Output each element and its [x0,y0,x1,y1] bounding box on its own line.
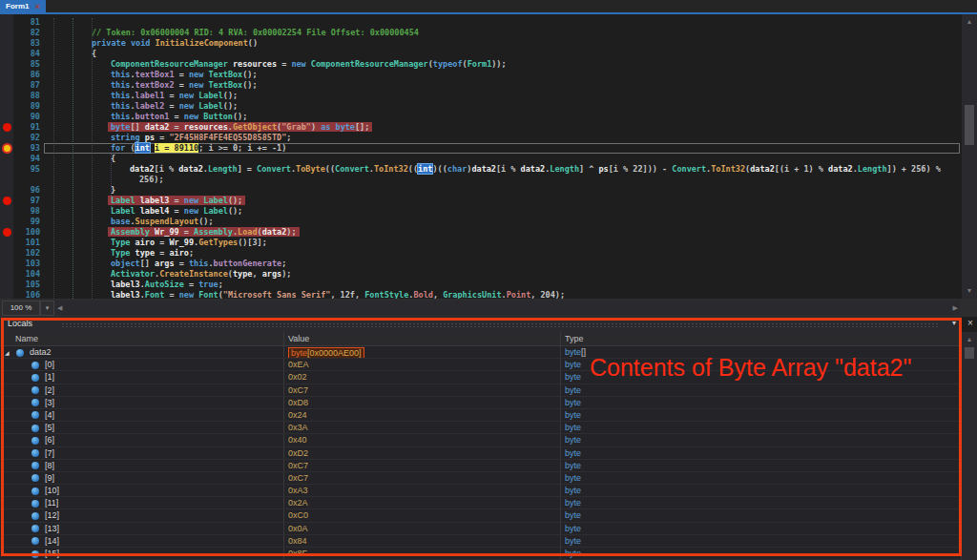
column-header-type[interactable]: Type [561,332,962,345]
code-token: [i % [155,164,179,174]
locals-type-cell: byte [561,472,962,484]
code-line: 83private void InitializeComponent() [0,38,962,49]
line-number: 84 [10,49,40,58]
tab-title: Form1 [6,2,29,10]
code-token: Font [198,290,218,299]
code-text: Label label3 = new Label(); [108,196,245,205]
locals-type-cell: byte [561,497,962,508]
code-token: int [135,143,150,153]
code-token: ComponentResourceManager [111,59,228,69]
locals-row[interactable]: [8]0xC7byte [0,460,962,472]
code-token: = [175,259,189,268]
locals-row[interactable]: [1]0x02byte [0,371,962,384]
editor-vscroll-thumb[interactable] [965,105,974,145]
locals-row[interactable]: [2]0xC7byte [0,384,962,397]
variable-name: [12] [45,510,59,520]
code-token: Length [208,164,238,174]
line-number: 88 [10,91,40,100]
zoom-select[interactable]: 100 % [2,301,40,316]
scroll-right-icon[interactable]: ▶ [953,301,958,315]
locals-row[interactable]: [10]0xA3byte [0,485,962,497]
line-number: 103 [10,259,40,268]
code-token: Label [111,206,135,216]
line-number: 90 [10,112,40,121]
scroll-up-icon[interactable]: ▲ [962,334,977,345]
code-token: int [418,164,432,174]
locals-row[interactable]: [14]0x84byte [0,535,962,548]
variable-icon [31,449,39,457]
locals-vscrollbar[interactable]: ▲ [962,332,977,560]
locals-name-cell: [4] [0,409,284,421]
scroll-left-icon[interactable]: ◀ [57,301,62,315]
column-header-name[interactable]: Name [0,332,284,345]
value-text: 0xC7 [288,473,308,483]
locals-vscroll-thumb[interactable] [965,347,974,359]
code-token: true [198,280,218,289]
code-token: button1 [135,112,170,121]
code-token: Assembly [194,227,233,237]
locals-row[interactable]: [11]0x2Abyte [0,497,962,509]
code-token: label4 [140,206,170,216]
locals-row[interactable]: ◢data2byte[0x0000AE00]byte[] [0,346,962,359]
locals-name-cell: [3] [0,397,284,408]
locals-row[interactable]: [15]0x8Fbyte [0,548,962,560]
code-text: byte[] data2 = resources.GetObject("Grab… [108,122,372,132]
code-editor[interactable]: 8182// Token: 0x06000004 RID: 4 RVA: 0x0… [0,14,962,299]
code-token: this [111,112,130,121]
code-token: GetTypes [198,238,238,247]
code-line: 100Assembly Wr_99 = Assembly.Load(data2)… [0,227,962,238]
code-token: = [169,122,183,132]
code-token: (); [228,196,242,205]
code-token: data2 [178,164,203,174]
scroll-down-icon[interactable]: ▼ [962,285,977,297]
tab-close-icon[interactable]: × [34,3,39,10]
code-line: 104Activator.CreateInstance(type, args); [0,269,962,280]
locals-value-cell: 0xEA [284,359,561,370]
code-text: ComponentResourceManager resources = new… [111,59,507,69]
locals-type-cell: byte [561,434,962,446]
value-text: byte [565,524,581,533]
code-token: = [175,70,189,79]
variable-name: [15] [45,549,59,558]
code-token: new [184,196,198,205]
variable-name: [8] [45,461,54,470]
drag-grip[interactable] [61,322,939,327]
value-text: byte [565,360,581,369]
editor-bottom-bar: 100 % ▾ ◀ ▶ [0,299,977,317]
panel-menu-icon[interactable]: ▾ [952,319,956,327]
expander-icon[interactable]: ◢ [5,349,10,356]
locals-row[interactable]: [5]0x3Abyte [0,422,962,434]
locals-row[interactable]: [3]0xD8byte [0,397,962,409]
locals-title-bar[interactable]: Locals ▾ [0,317,962,332]
locals-row[interactable]: [7]0xD2byte [0,447,962,460]
locals-value-cell: 0x02 [284,371,561,383]
value-text: 0x2A [288,498,308,508]
code-line: 96} [0,185,962,196]
variable-name: [5] [45,423,54,432]
variable-icon [31,550,39,558]
locals-row[interactable]: [9]0xC7byte [0,472,962,485]
code-line: 81 [0,17,962,28]
tab-form1[interactable]: Form1 × [0,0,46,12]
code-token: [] [130,122,144,132]
locals-row[interactable]: [4]0x24byte [0,409,962,422]
locals-row[interactable]: [0]0xEAbyte [0,359,962,371]
code-token: ] ^ [579,164,598,174]
panel-close-icon[interactable]: × [964,318,977,330]
scroll-up-icon[interactable]: ▲ [962,16,977,28]
locals-type-cell: byte[] [561,346,962,358]
editor-vscrollbar[interactable]: ▲ ▼ [962,14,977,299]
code-text: label3.Font = new Font("Microsoft Sans S… [111,290,565,299]
column-header-value[interactable]: Value [284,332,561,345]
variable-name: [10] [45,486,59,495]
code-line: 90this.button1 = new Button(); [0,112,962,122]
locals-row[interactable]: [12]0xC0byte [0,509,962,522]
editor-hscrollbar[interactable]: ◀ ▶ [55,301,960,315]
code-token: this [111,80,130,90]
locals-row[interactable]: [6]0x40byte [0,434,962,446]
zoom-dropdown-icon[interactable]: ▾ [40,301,54,316]
locals-value-cell: 0x24 [284,409,561,421]
value-text: 0x02 [288,372,307,382]
locals-row[interactable]: [13]0x0Abyte [0,523,962,535]
variable-icon [31,362,39,369]
